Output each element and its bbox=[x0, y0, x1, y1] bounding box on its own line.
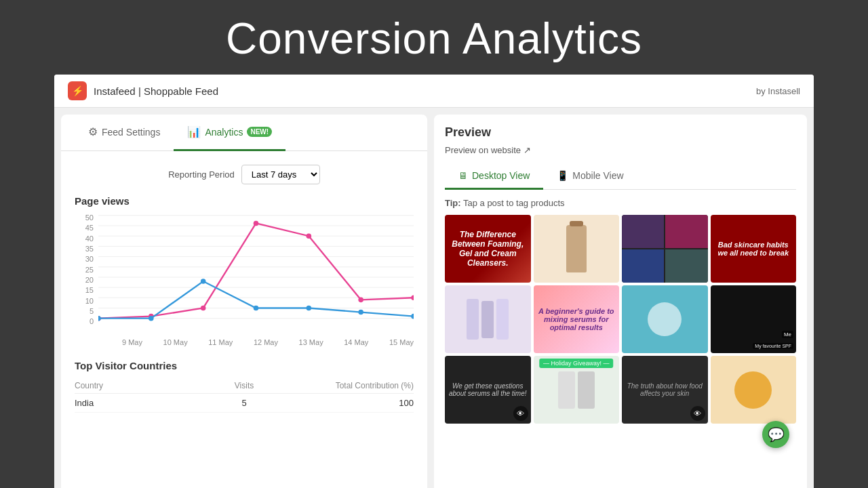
reporting-period: Reporting Period Last 7 days Last 30 day… bbox=[75, 165, 414, 184]
grid-item-6[interactable]: A beginner's guide to mixing serums for … bbox=[534, 285, 620, 353]
left-panel: ⚙ Feed Settings 📊 Analytics NEW! Reporti… bbox=[61, 115, 427, 488]
image-grid: The Difference Between Foaming, Gel and … bbox=[445, 215, 796, 424]
reporting-label: Reporting Period bbox=[168, 169, 235, 180]
mobile-icon: 📱 bbox=[557, 170, 568, 181]
grid-item-11[interactable]: The truth about how food affects your sk… bbox=[622, 356, 708, 424]
table-row: India 5 100 bbox=[75, 394, 414, 413]
svg-point-19 bbox=[149, 316, 154, 321]
tab-feed-settings[interactable]: ⚙ Feed Settings bbox=[75, 115, 174, 151]
preview-title: Preview bbox=[445, 125, 796, 140]
grid-item-2[interactable] bbox=[534, 215, 620, 283]
app-header-title: Instafeed | Shoppable Feed bbox=[94, 85, 218, 97]
tabs: ⚙ Feed Settings 📊 Analytics NEW! bbox=[61, 115, 427, 151]
svg-point-23 bbox=[358, 310, 363, 315]
grid-item-7[interactable] bbox=[622, 285, 708, 353]
chart-title: Page views bbox=[75, 195, 414, 207]
app-header-by: by Instasell bbox=[756, 86, 800, 96]
feed-settings-label: Feed Settings bbox=[102, 127, 160, 138]
grid-item-1[interactable]: The Difference Between Foaming, Gel and … bbox=[445, 215, 531, 283]
svg-point-20 bbox=[201, 279, 206, 284]
desktop-icon: 🖥 bbox=[458, 170, 468, 181]
analytics-label: Analytics bbox=[205, 127, 243, 138]
hidden-icon-11: 👁 bbox=[690, 406, 705, 421]
svg-point-14 bbox=[254, 221, 259, 226]
svg-point-18 bbox=[98, 316, 101, 321]
svg-point-21 bbox=[254, 306, 259, 311]
grid-item-3[interactable] bbox=[622, 215, 708, 283]
new-badge: NEW! bbox=[247, 127, 272, 137]
tip-text: Tip: Tap a post to tag products bbox=[445, 198, 796, 208]
chat-button[interactable]: 💬 bbox=[762, 421, 789, 448]
preview-link-label: Preview on website bbox=[445, 145, 521, 155]
hidden-icon-9: 👁 bbox=[513, 406, 528, 421]
grid-item-4[interactable]: Bad skincare habits we all need to break bbox=[711, 215, 797, 283]
grid-item-9[interactable]: We get these questions about serums all … bbox=[445, 356, 531, 424]
app-logo: ⚡ bbox=[68, 81, 87, 100]
grid-item-10[interactable]: — Holiday Giveaway! — bbox=[534, 356, 620, 424]
tab-mobile[interactable]: 📱 Mobile View bbox=[543, 163, 637, 190]
col-contribution-header: Total Contribution (%) bbox=[300, 381, 414, 390]
grid-item-12[interactable] bbox=[711, 356, 797, 424]
grid-item-8[interactable]: Me My favourite SPF bbox=[711, 285, 797, 353]
visitors-title: Top Visitor Countries bbox=[75, 360, 414, 371]
page-views-chart bbox=[98, 214, 414, 333]
page-title: Conversion Analytics bbox=[0, 0, 868, 75]
chart-icon: 📊 bbox=[187, 125, 201, 138]
svg-point-17 bbox=[411, 296, 414, 301]
right-panel: Preview Preview on website ↗ 🖥 Desktop V… bbox=[434, 115, 807, 488]
period-select[interactable]: Last 7 days Last 30 days Last 90 days bbox=[241, 165, 320, 184]
app-header: ⚡ Instafeed | Shoppable Feed by Instasel… bbox=[54, 75, 814, 108]
svg-point-13 bbox=[201, 306, 206, 311]
tab-desktop[interactable]: 🖥 Desktop View bbox=[445, 163, 543, 190]
svg-point-15 bbox=[307, 233, 312, 239]
view-tabs: 🖥 Desktop View 📱 Mobile View bbox=[445, 163, 796, 190]
mobile-label: Mobile View bbox=[572, 170, 623, 181]
gear-icon: ⚙ bbox=[88, 125, 98, 138]
desktop-label: Desktop View bbox=[472, 170, 530, 181]
col-country-header: Country bbox=[75, 381, 188, 390]
svg-point-22 bbox=[307, 306, 312, 311]
col-visits-header: Visits bbox=[188, 381, 301, 390]
preview-link[interactable]: Preview on website ↗ bbox=[445, 145, 796, 155]
tab-analytics[interactable]: 📊 Analytics NEW! bbox=[174, 115, 285, 151]
holiday-badge: — Holiday Giveaway! — bbox=[539, 359, 614, 368]
svg-point-16 bbox=[358, 298, 363, 303]
app-container: ⚡ Instafeed | Shoppable Feed by Instasel… bbox=[54, 75, 814, 488]
external-link-icon: ↗ bbox=[524, 145, 531, 155]
grid-item-5[interactable] bbox=[445, 285, 531, 353]
